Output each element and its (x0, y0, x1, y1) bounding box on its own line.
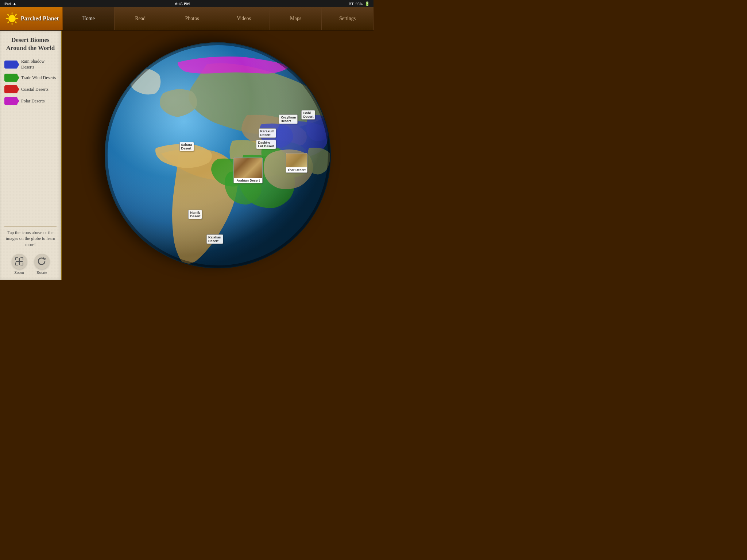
trade-wind-badge (4, 74, 18, 82)
thar-desert-text: Thar Desert (286, 167, 307, 172)
arabian-desert-label[interactable]: Arabian Desert (233, 158, 263, 183)
sidebar-title: Desert Biomes Around the World (4, 36, 57, 52)
sun-icon (5, 12, 19, 25)
arabian-desert-text: Arabian Desert (234, 178, 262, 183)
rotate-control[interactable]: Rotate (34, 254, 50, 275)
tab-read[interactable]: Read (115, 7, 166, 30)
legend-items: Rain Shadow Deserts Trade Wind Deserts C… (4, 59, 57, 105)
main-content: Desert Biomes Around the World Rain Shad… (0, 31, 374, 280)
legend-item-coastal[interactable]: Coastal Deserts (4, 85, 57, 93)
bluetooth-label: BT (349, 1, 354, 6)
thar-desert-image (286, 153, 307, 167)
device-label: iPad (4, 1, 11, 6)
nav-brand[interactable]: Parched Planet (0, 7, 63, 30)
tab-videos[interactable]: Videos (218, 7, 270, 30)
sidebar-controls: Zoom Rotate (4, 254, 57, 275)
trade-wind-label: Trade Wind Deserts (21, 75, 56, 81)
kyzylkum-desert-label[interactable]: KyzylkumDesert (279, 114, 298, 124)
tab-home[interactable]: Home (63, 7, 115, 30)
battery-icon: 🔋 (365, 1, 370, 6)
zoom-control[interactable]: Zoom (12, 254, 27, 275)
legend-item-polar[interactable]: Polar Deserts (4, 97, 57, 105)
rotate-label: Rotate (36, 270, 47, 275)
nav-bar: Parched Planet Home Read Photos Videos M… (0, 7, 374, 31)
status-right: BT 95% 🔋 (349, 1, 370, 6)
sidebar-instruction: Tap the icons above or the images on the… (4, 226, 57, 251)
rain-shadow-badge (4, 61, 18, 69)
tab-maps[interactable]: Maps (270, 7, 322, 30)
kalahari-desert-label[interactable]: KalahariDesert (206, 234, 223, 244)
sahara-desert-label[interactable]: SaharaDesert (179, 142, 194, 151)
polar-label: Polar Deserts (21, 98, 44, 104)
status-bar: iPad ▲ 6:45 PM BT 95% 🔋 (0, 0, 374, 7)
brand-text: Parched Planet (21, 15, 59, 22)
thar-desert-label[interactable]: Thar Desert (286, 153, 307, 173)
svg-line-8 (8, 22, 9, 23)
tab-photos[interactable]: Photos (166, 7, 218, 30)
battery-label: 95% (356, 1, 363, 6)
zoom-icon (12, 254, 27, 269)
time-display: 6:45 PM (175, 1, 190, 6)
gobi-desert-label[interactable]: GobiDesert (301, 110, 315, 120)
svg-point-0 (8, 15, 16, 22)
namib-desert-label[interactable]: NamibDesert (188, 210, 202, 219)
legend-item-rain-shadow[interactable]: Rain Shadow Deserts (4, 59, 57, 70)
karakum-desert-label[interactable]: KarakumDesert (259, 128, 276, 138)
rotate-icon (34, 254, 50, 269)
sidebar: Desert Biomes Around the World Rain Shad… (0, 31, 62, 280)
svg-line-6 (15, 22, 16, 23)
arabian-desert-image (234, 158, 263, 178)
rain-shadow-label: Rain Shadow Deserts (21, 59, 57, 70)
coastal-label: Coastal Deserts (21, 87, 49, 93)
status-left: iPad ▲ (4, 1, 16, 6)
nav-tabs: Home Read Photos Videos Maps Settings (63, 7, 374, 30)
coastal-badge (4, 85, 18, 93)
legend-item-trade-wind[interactable]: Trade Wind Deserts (4, 74, 57, 82)
polar-badge (4, 97, 18, 105)
svg-line-7 (15, 14, 16, 15)
tab-settings[interactable]: Settings (322, 7, 374, 30)
globe-area: GobiDesert KarakumDesert KyzylkumDesert … (62, 31, 374, 280)
wifi-icon: ▲ (13, 1, 17, 6)
svg-line-5 (8, 14, 9, 15)
zoom-label: Zoom (14, 270, 24, 275)
dasht-desert-label[interactable]: Dasht-eLut Desert (256, 140, 276, 149)
globe-container[interactable]: GobiDesert KarakumDesert KyzylkumDesert … (105, 42, 331, 268)
